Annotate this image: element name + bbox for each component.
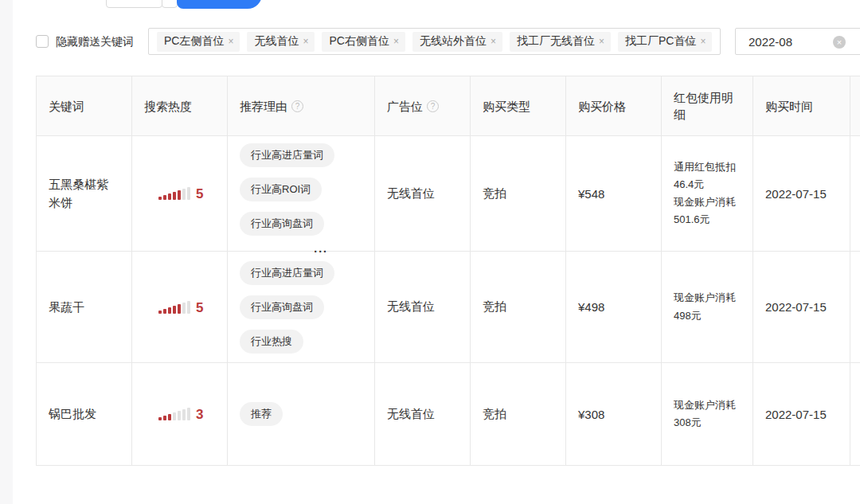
keyword-text: 果蔬干 [49,298,84,316]
cell-purchase-time: 2022-07-15 [753,252,850,362]
cell-search-heat: 3 [132,363,228,465]
partial-cell [850,363,860,465]
cell-keyword: 锅巴批发 [37,363,132,465]
signal-bars-icon [158,408,190,420]
header-label-wrap: 广告位? [387,98,439,115]
help-icon[interactable]: ? [291,100,303,112]
header-cell-8: 购买时间 [753,76,850,135]
header-label-wrap: 红包使用明细 [674,89,741,123]
table-header-row: 关键词搜索热度推荐理由?广告位?购买类型购买价格红包使用明细购买时间 [37,76,860,136]
column-header-label: 红包使用明细 [674,89,741,123]
red-packet-lines: 通用红包抵扣46.4元现金账户消耗501.6元 [674,158,741,229]
cell-reasons: 行业高进店量词行业高询盘词行业热搜 [228,252,375,362]
position-tag-chip[interactable]: 无线站外首位× [412,32,502,52]
header-label-wrap: 购买类型 [483,98,530,115]
remove-tag-icon[interactable]: × [393,36,399,47]
top-partial-control-2[interactable] [162,0,178,8]
cell-search-heat: 5 [132,252,228,362]
reason-tag-chip: 行业高进店量词 [240,261,334,285]
reason-tag-chip: 行业高ROI词 [240,178,322,201]
header-cell-6: 购买价格 [566,76,662,135]
signal-bars-icon [158,187,190,200]
position-tag-label: PC左侧首位 [164,34,224,49]
position-tag-chip[interactable]: PC左侧首位× [157,32,240,52]
ad-position-text: 无线首位 [387,407,435,422]
red-packet-lines: 现金账户消耗308元 [674,397,741,432]
hide-gifted-keywords-checkbox[interactable] [36,35,49,48]
ad-position-text: 无线首位 [387,299,435,315]
position-tag-label: 无线首位 [254,34,299,49]
cell-red-packet-detail: 现金账户消耗308元 [662,363,753,465]
remove-tag-icon[interactable]: × [700,36,706,47]
cell-purchase-type: 竞拍 [471,363,566,465]
cell-search-heat: 5 [132,136,228,251]
remove-tag-icon[interactable]: × [228,36,233,47]
cell-purchase-time: 2022-07-15 [753,363,850,465]
search-heat-indicator: 5 [158,187,203,200]
top-partial-blue-button[interactable] [177,0,262,9]
reason-tag-chip: 行业高询盘词 [240,295,324,319]
purchase-type-text: 竞拍 [483,186,506,201]
position-tag-label: 找工厂无线首位 [517,34,595,49]
purchase-price-text: ¥548 [578,187,604,201]
reason-tags: 行业高进店量词行业高ROI词行业高询盘词... [240,143,334,244]
clear-date-icon[interactable]: × [833,36,846,49]
signal-bars-icon [158,301,190,314]
cell-ad-position: 无线首位 [375,136,471,251]
column-header-label: 广告位 [387,98,423,115]
ad-position-multiselect[interactable]: PC左侧首位×无线首位×PC右侧首位×无线站外首位×找工厂无线首位×找工厂PC首… [148,28,721,55]
cell-red-packet-detail: 通用红包抵扣46.4元现金账户消耗501.6元 [662,136,753,251]
heat-value: 5 [196,188,203,200]
heat-value: 5 [196,302,203,314]
reason-tag-chip: 行业高进店量词 [240,143,334,167]
keyword-text: 五黑桑椹紫米饼 [49,175,115,213]
page-left-gutter [0,0,13,504]
search-heat-indicator: 3 [158,408,203,420]
header-cell-5: 购买类型 [471,76,566,135]
cell-purchase-price: ¥548 [566,136,662,251]
position-tag-chip[interactable]: 无线首位× [247,32,315,52]
table-row: 果蔬干5行业高进店量词行业高询盘词行业热搜无线首位竞拍¥498现金账户消耗498… [37,252,860,363]
keyword-purchase-table: 关键词搜索热度推荐理由?广告位?购买类型购买价格红包使用明细购买时间 五黑桑椹紫… [36,76,860,466]
header-cell-3: 推荐理由? [228,76,375,135]
hide-gifted-keywords-label: 隐藏赠送关键词 [56,35,134,48]
search-heat-indicator: 5 [158,301,203,314]
help-icon[interactable]: ? [427,100,439,112]
date-filter-value: 2022-08 [749,35,792,49]
column-header-label: 购买类型 [483,98,530,115]
remove-tag-icon[interactable]: × [599,36,604,47]
header-cell-7: 红包使用明细 [662,76,753,135]
position-tag-chip[interactable]: 找工厂PC首位× [618,32,712,52]
cell-reasons: 推荐 [228,363,375,465]
purchase-type-text: 竞拍 [483,407,506,422]
header-cell-2: 搜索热度 [132,76,228,135]
red-packet-line: 现金账户消耗501.6元 [674,193,741,229]
purchase-time-text: 2022-07-15 [765,408,827,421]
top-partial-control-1[interactable] [106,0,162,8]
red-packet-line: 通用红包抵扣46.4元 [674,158,741,193]
date-filter-input[interactable]: 2022-08 × [735,28,860,55]
header-label-wrap: 关键词 [49,98,84,115]
table-row: 五黑桑椹紫米饼5行业高进店量词行业高ROI词行业高询盘词...无线首位竞拍¥54… [37,136,860,252]
header-cell-4: 广告位? [375,76,471,135]
cell-reasons: 行业高进店量词行业高ROI词行业高询盘词... [228,136,375,251]
header-cell-1: 关键词 [37,76,132,135]
partial-cell [850,136,860,251]
purchase-time-text: 2022-07-15 [765,187,827,201]
purchase-type-text: 竞拍 [483,299,506,315]
position-tag-chip[interactable]: 找工厂无线首位× [510,32,611,52]
remove-tag-icon[interactable]: × [491,36,496,47]
reason-tags: 行业高进店量词行业高询盘词行业热搜 [240,261,334,354]
remove-tag-icon[interactable]: × [303,36,308,47]
reason-tag-chip: 推荐 [240,402,283,426]
red-packet-line: 现金账户消耗308元 [674,397,741,432]
column-header-label: 推荐理由 [240,98,287,115]
reason-tags: 推荐 [240,402,283,426]
purchase-price-text: ¥498 [578,300,604,314]
header-partial-cell [850,76,860,135]
reason-tag-chip: 行业高询盘词 [240,212,324,236]
more-reasons-button[interactable]: ... [314,244,328,252]
cell-ad-position: 无线首位 [375,252,471,362]
position-tag-chip[interactable]: PC右侧首位× [322,32,405,52]
position-tag-label: 无线站外首位 [420,34,487,49]
